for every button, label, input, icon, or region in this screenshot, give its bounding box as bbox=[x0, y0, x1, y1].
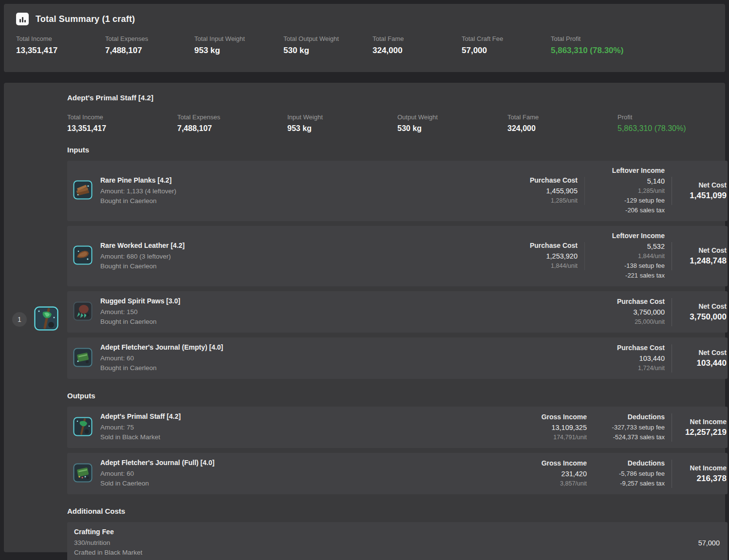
row-costs: Purchase Cost 3,750,000 25,000/unit Net … bbox=[597, 298, 728, 327]
column-divider bbox=[672, 298, 672, 326]
rare-worked-leather-icon bbox=[73, 245, 93, 267]
leftover-income-value: 5,532 bbox=[592, 242, 665, 252]
sales-tax: -9,257 sales tax bbox=[587, 479, 665, 488]
item-name: Adept Fletcher's Journal (Full) [4.0] bbox=[100, 459, 214, 467]
stat-label: Total Fame bbox=[373, 35, 462, 42]
leftover-sales-tax: -221 sales tax bbox=[592, 271, 665, 280]
crafting-fee-rate: 330/nutrition bbox=[74, 538, 142, 548]
purchase-cost-column: Purchase Cost 1,253,920 1,844/unit bbox=[509, 242, 578, 271]
stat-expenses: Total Expenses 7,488,107 bbox=[177, 113, 287, 133]
input-row-rare-worked-leather: Rare Worked Leather [4.2] Amount: 680 (3… bbox=[67, 226, 728, 286]
craft-index-badge: 1 bbox=[12, 312, 27, 327]
stat-label: Total Input Weight bbox=[194, 35, 283, 42]
gross-income-unit: 3,857/unit bbox=[514, 479, 587, 488]
stat-income: Total Income 13,351,417 bbox=[67, 113, 177, 133]
item-name: Rare Pine Planks [4.2] bbox=[100, 176, 176, 184]
item-amount: Amount: 150 bbox=[100, 307, 180, 317]
row-costs: Purchase Cost 103,440 1,724/unit Net Cos… bbox=[597, 344, 728, 373]
net-income-column: Net Income 12,257,219 bbox=[679, 418, 728, 437]
deductions-label: Deductions bbox=[587, 459, 665, 467]
stat-output-weight: Output Weight 530 kg bbox=[397, 113, 507, 133]
item-info: Adept Fletcher's Journal (Empty) [4.0] A… bbox=[100, 343, 223, 373]
output-row-adepts-primal-staff: Adept's Primal Staff [4.2] Amount: 75 So… bbox=[67, 407, 728, 448]
bar-chart-icon bbox=[16, 13, 29, 25]
adepts-primal-staff-icon bbox=[73, 417, 93, 438]
column-divider bbox=[584, 177, 585, 205]
item-info: Adept Fletcher's Journal (Full) [4.0] Am… bbox=[100, 459, 214, 488]
item-info: Rare Worked Leather [4.2] Amount: 680 (3… bbox=[100, 242, 185, 271]
input-row-rugged-spirit-paws: Rugged Spirit Paws [3.0] Amount: 150 Bou… bbox=[67, 291, 728, 333]
purchase-cost-value: 1,253,920 bbox=[509, 251, 578, 261]
net-income-label: Net Income bbox=[679, 418, 727, 426]
stat-value: 7,488,107 bbox=[105, 46, 194, 56]
purchase-cost-unit: 25,000/unit bbox=[597, 317, 665, 327]
page: Total Summary (1 craft) Total Income 13,… bbox=[0, 0, 729, 560]
item-name: Adept's Primal Staff [4.2] bbox=[100, 412, 181, 420]
adept-fletchers-journal-full-icon bbox=[73, 463, 93, 485]
setup-fee: -327,733 setup fee bbox=[587, 423, 665, 432]
adept-fletchers-journal-empty-icon bbox=[73, 348, 93, 369]
input-row-rare-pine-planks: Rare Pine Planks [4.2] Amount: 1,133 (4 … bbox=[67, 161, 728, 221]
craft-gutter: 1 bbox=[4, 83, 67, 552]
stat-label: Total Fame bbox=[507, 113, 617, 121]
purchase-cost-value: 3,750,000 bbox=[597, 307, 665, 317]
stat-label: Total Output Weight bbox=[283, 35, 373, 42]
stat-label: Total Expenses bbox=[177, 113, 287, 121]
stat-fame: Total Fame 324,000 bbox=[507, 113, 617, 133]
net-cost-column: Net Cost 103,440 bbox=[679, 349, 728, 368]
purchase-cost-label: Purchase Cost bbox=[509, 242, 578, 249]
purchase-cost-label: Purchase Cost bbox=[597, 344, 665, 352]
stat-label: Input Weight bbox=[287, 113, 397, 121]
stat-total-output-weight: Total Output Weight 530 kg bbox=[283, 35, 373, 56]
summary-header: Total Summary (1 craft) bbox=[16, 13, 715, 25]
net-income-label: Net Income bbox=[679, 464, 727, 472]
stat-label: Total Income bbox=[16, 35, 105, 42]
stat-value: 953 kg bbox=[194, 46, 283, 56]
item-info: Rugged Spirit Paws [3.0] Amount: 150 Bou… bbox=[100, 297, 180, 327]
leftover-sales-tax: -206 sales tax bbox=[592, 205, 665, 215]
row-income: Gross Income 13,109,325 174,791/unit Ded… bbox=[514, 413, 728, 442]
stat-value: 530 kg bbox=[397, 124, 507, 133]
item-amount: Amount: 680 (3 leftover) bbox=[100, 252, 185, 261]
column-divider bbox=[672, 242, 672, 270]
gross-income-unit: 174,791/unit bbox=[514, 433, 587, 442]
sales-tax: -524,373 sales tax bbox=[587, 432, 665, 442]
leftover-income-column: Leftover Income 5,532 1,844/unit -138 se… bbox=[592, 232, 665, 280]
net-income-value: 12,257,219 bbox=[679, 428, 727, 437]
purchase-cost-label: Purchase Cost bbox=[597, 298, 665, 305]
net-cost-value: 1,451,099 bbox=[679, 191, 727, 201]
stat-value: 13,351,417 bbox=[16, 46, 105, 56]
stat-total-input-weight: Total Input Weight 953 kg bbox=[194, 35, 283, 56]
net-cost-value: 3,750,000 bbox=[679, 312, 727, 322]
rugged-spirit-paws-icon bbox=[73, 301, 93, 323]
net-cost-value: 103,440 bbox=[679, 358, 727, 368]
output-row-adept-fletchers-journal-full: Adept Fletcher's Journal (Full) [4.0] Am… bbox=[67, 453, 728, 494]
net-cost-value: 1,248,748 bbox=[679, 256, 727, 266]
purchase-cost-column: Purchase Cost 103,440 1,724/unit bbox=[597, 344, 665, 373]
stat-value-profit: 5,863,310 (78.30%) bbox=[551, 46, 640, 56]
total-summary-card: Total Summary (1 craft) Total Income 13,… bbox=[4, 4, 725, 72]
leftover-setup-fee: -129 setup fee bbox=[592, 196, 665, 205]
stat-total-expenses: Total Expenses 7,488,107 bbox=[105, 35, 194, 56]
additional-costs-heading: Additional Costs bbox=[67, 507, 728, 515]
item-name: Rare Worked Leather [4.2] bbox=[100, 242, 185, 249]
crafting-fee-location: Crafted in Black Market bbox=[74, 548, 142, 558]
item-name: Rugged Spirit Paws [3.0] bbox=[100, 297, 180, 305]
stat-value: 530 kg bbox=[283, 46, 373, 56]
column-divider bbox=[672, 460, 672, 488]
item-location: Bought in Caerleon bbox=[100, 196, 176, 206]
gross-income-value: 231,420 bbox=[514, 469, 587, 479]
stat-value-profit: 5,863,310 (78.30%) bbox=[617, 124, 728, 133]
item-location: Bought in Caerleon bbox=[100, 261, 185, 271]
outputs-heading: Outputs bbox=[67, 392, 728, 400]
summary-title: Total Summary (1 craft) bbox=[36, 14, 135, 24]
purchase-cost-column: Purchase Cost 3,750,000 25,000/unit bbox=[597, 298, 665, 327]
stat-value: 324,000 bbox=[507, 124, 617, 133]
summary-stats-row: Total Income 13,351,417 Total Expenses 7… bbox=[16, 35, 715, 56]
net-cost-column: Net Cost 1,248,748 bbox=[679, 246, 728, 266]
gross-income-value: 13,109,325 bbox=[514, 423, 587, 433]
item-amount: Amount: 60 bbox=[100, 354, 223, 363]
item-info: Rare Pine Planks [4.2] Amount: 1,133 (4 … bbox=[100, 176, 176, 206]
leftover-income-unit: 1,844/unit bbox=[592, 252, 665, 261]
gross-income-label: Gross Income bbox=[514, 459, 587, 467]
